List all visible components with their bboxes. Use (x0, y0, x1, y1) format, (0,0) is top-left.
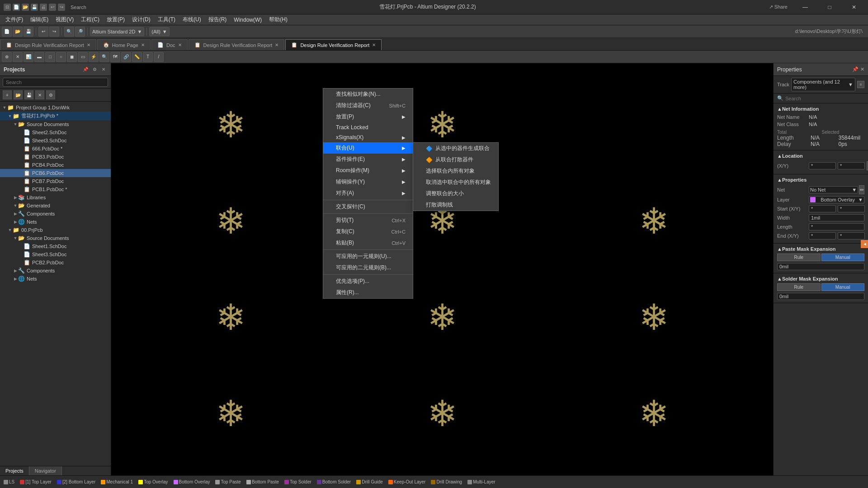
tree-expand-00[interactable]: ▼ (7, 228, 13, 232)
tree-pcb4[interactable]: ▶ 📋 PCB4.PcbDoc (0, 161, 111, 169)
menu-design[interactable]: 设计(D) (128, 15, 154, 24)
layer-bottom-solder[interactable]: Bottom Solder (315, 479, 353, 485)
net-prop-dropdown[interactable]: No Net ▼ (809, 186, 858, 193)
tree-libraries[interactable]: ▶ 📚 Libraries (0, 193, 111, 202)
tb2-link[interactable]: 🔗 (121, 52, 131, 62)
track-filter-btn[interactable]: ≡ (857, 81, 864, 88)
ctx-preferences[interactable]: 优先选项(P)... (323, 276, 413, 287)
start-x-input[interactable] (809, 205, 836, 212)
layer-keepout[interactable]: Keep-Out Layer (387, 479, 428, 485)
redo-icon[interactable]: ↪ (58, 4, 65, 11)
ctx-component-ops[interactable]: 器件操作(E) ▶ (323, 154, 413, 165)
panel-tab-navigator[interactable]: Navigator (29, 466, 62, 475)
menu-project[interactable]: 工程(C) (77, 15, 103, 24)
tree-sheet1[interactable]: ▶ 📄 Sheet1.SchDoc (0, 242, 111, 250)
tb2-bar[interactable]: ▬ (34, 52, 44, 62)
layer-ls[interactable]: LS (2, 479, 16, 485)
ctx-align[interactable]: 对齐(A) ▶ (323, 188, 413, 199)
ctx-union[interactable]: 联合(U) ▶ 🔷 从选中的器件生成联合 🔶 从联合打散器件 选择联合内所有对象… (323, 142, 413, 154)
maximize-button[interactable]: □ (819, 0, 840, 14)
tree-expand-nets2[interactable]: ▶ (13, 277, 18, 281)
close-button[interactable]: ✕ (844, 0, 864, 14)
paste-mask-manual-btn[interactable]: Manual (821, 253, 865, 261)
view-type-dropdown[interactable]: Altium Standard 2D ▼ (90, 27, 144, 36)
filter-dropdown[interactable]: (All) ▼ (149, 27, 169, 36)
pcb-canvas[interactable]: ❄ ❄ ❄ ❄ ❄ ❄ ❄ ❄ ❄ ❄ ❄ 查找相似对象(N)... 清除过滤器… (111, 63, 773, 475)
tree-source-docs-2[interactable]: ▼ 📂 Source Documents (0, 234, 111, 242)
tree-00prjpcb[interactable]: ▼ 📁 00.PrjPcb (0, 226, 111, 234)
solder-mask-rule-btn[interactable]: Rule (777, 283, 821, 291)
tb-redo[interactable]: ↪ (49, 27, 59, 37)
panel-tab-projects[interactable]: Projects (0, 466, 29, 475)
projects-settings2-btn[interactable]: ⚙ (46, 90, 55, 99)
tree-expand-gen[interactable]: ▼ (13, 203, 18, 208)
submenu-scatter-lines[interactable]: 打散调制线 (413, 199, 498, 211)
projects-open-btn[interactable]: 📂 (14, 90, 23, 99)
location-header[interactable]: ▲ Location (777, 153, 864, 159)
ctx-properties[interactable]: 属性(R)... (323, 287, 413, 298)
menu-place[interactable]: 放置(P) (103, 15, 128, 24)
ctx-unary-rules[interactable]: 可应用的一元规则(U)... (323, 251, 413, 262)
tree-project-snow[interactable]: ▼ 📁 雪花灯1.PrjPcb * (0, 112, 111, 120)
tree-nets1[interactable]: ▶ 🌐 Nets (0, 218, 111, 226)
tab-doc-close[interactable]: ✕ (178, 42, 182, 47)
open-icon[interactable]: 📂 (22, 4, 29, 11)
layer-top[interactable]: [1] Top Layer (18, 479, 53, 485)
tree-expand-nets1[interactable]: ▶ (13, 220, 18, 224)
end-y-input[interactable] (838, 232, 865, 239)
ctx-find-similar[interactable]: 查找相似对象(N)... (323, 89, 413, 100)
tab-home-close[interactable]: ✕ (141, 42, 145, 47)
tree-666pcb[interactable]: ▶ 📋 666.PcbDoc * (0, 145, 111, 153)
submenu-scatter[interactable]: 🔶 从联合打散器件 (413, 154, 498, 165)
submenu-resize[interactable]: 调整联合的大小 (413, 188, 498, 199)
width-input[interactable] (809, 214, 864, 221)
tree-pcb7[interactable]: ▶ 📋 PCB7.PcbDoc (0, 177, 111, 185)
tree-sheet3[interactable]: ▶ 📄 Sheet3.SchDoc (0, 136, 111, 145)
layer-prop-dropdown[interactable]: Bottom Overlay ▼ (809, 196, 864, 203)
tb-undo[interactable]: ↩ (38, 27, 48, 37)
layer-bottom[interactable]: [2] Bottom Layer (55, 479, 97, 485)
tab-doc[interactable]: 📄 Doc ✕ (151, 39, 188, 50)
location-y-input[interactable] (838, 162, 865, 169)
ctx-binary-rules[interactable]: 可应用的二元规则(B)... (323, 262, 413, 273)
menu-view[interactable]: 视图(V) (52, 15, 77, 24)
tb2-slash[interactable]: / (154, 52, 164, 62)
tb-zoom-in[interactable]: 🔍 (64, 27, 74, 37)
panel-close-btn[interactable]: ✕ (100, 66, 107, 73)
track-dropdown[interactable]: Components (and 12 more) ▼ (791, 78, 855, 91)
tree-expand-comp2[interactable]: ▶ (13, 268, 18, 273)
menu-tools[interactable]: 工具(T) (154, 15, 179, 24)
submenu-deselect-all[interactable]: 取消选中联合中的所有对象 (413, 177, 498, 188)
projects-search-input[interactable] (3, 78, 108, 87)
ctx-room-ops[interactable]: Room操作(M) ▶ (323, 165, 413, 176)
solder-mask-manual-btn[interactable]: Manual (821, 283, 865, 291)
tree-source-docs-1[interactable]: ▼ 📂 Source Documents (0, 120, 111, 128)
paste-mask-rule-btn[interactable]: Rule (777, 253, 821, 261)
tree-expand-group[interactable]: ▼ (2, 105, 7, 110)
tb-new[interactable]: 📄 (2, 27, 12, 37)
tree-expand-libs[interactable]: ▶ (13, 195, 18, 200)
scroll-indicator[interactable]: ◄ (861, 240, 868, 248)
projects-remove-btn[interactable]: ✕ (35, 90, 44, 99)
projects-add-btn[interactable]: + (3, 90, 12, 99)
tb2-square[interactable]: □ (45, 52, 55, 62)
solder-mask-value-input[interactable] (777, 293, 864, 300)
tree-sheet2[interactable]: ▶ 📄 Sheet2.SchDoc (0, 128, 111, 136)
ctx-clear-filter[interactable]: 清除过滤器(C) Shift+C (323, 100, 413, 111)
share-btn[interactable]: ↗ Share (769, 4, 788, 10)
tree-expand-src2[interactable]: ▼ (13, 236, 18, 240)
tree-sheet3-2[interactable]: ▶ 📄 Sheet3.SchDoc (0, 250, 111, 258)
layer-bottom-overlay[interactable]: Bottom Overlay (172, 479, 212, 485)
tree-nets2[interactable]: ▶ 🌐 Nets (0, 275, 111, 283)
tb2-ruler[interactable]: 📏 (132, 52, 142, 62)
tab-drv1[interactable]: 📋 Design Rule Verification Report ✕ (0, 39, 96, 50)
tab-drv3[interactable]: 📋 Design Rule Verification Report ✕ (285, 39, 382, 50)
tree-pcb3[interactable]: ▶ 📋 PCB3.PcbDoc (0, 153, 111, 161)
tb2-bolt[interactable]: ⚡ (89, 52, 99, 62)
tree-expand-comp1[interactable]: ▶ (13, 211, 18, 216)
tree-expand-src1[interactable]: ▼ (13, 122, 18, 127)
tb2-zoom[interactable]: 🔍 (99, 52, 109, 62)
menu-window[interactable]: Window(W) (230, 16, 265, 24)
layer-drill-guide[interactable]: Drill Guide (354, 479, 385, 485)
tree-generated[interactable]: ▼ 📂 Generated (0, 202, 111, 210)
